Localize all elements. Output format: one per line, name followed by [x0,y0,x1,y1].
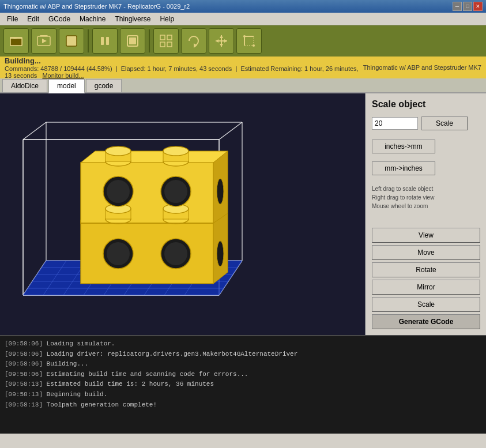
console-line: [09:58:13] Toolpath generation complete! [5,400,481,411]
svg-rect-4 [101,37,104,45]
minimize-button[interactable]: ─ [453,2,462,11]
right-panel: Scale object Scale inches->mm mm->inches… [365,93,486,335]
mm-to-inches-btn[interactable]: mm->inches [372,161,435,175]
scale-button[interactable]: Scale [421,116,468,130]
svg-rect-10 [160,42,165,47]
panel-title: Scale object [372,99,480,110]
mode-buttons: View Move Rotate Mirror Scale Generate G… [372,228,480,329]
maximize-button[interactable]: □ [463,2,472,11]
hint-line3: Mouse wheel to zoom [372,202,480,210]
svg-point-67 [164,180,187,203]
hint-line2: Right drag to rotate view [372,193,480,202]
commands-progress: 48788 / 109444 (44.58%) [40,65,112,72]
console-line: [09:58:06] Loading driver: replicatorg.d… [5,349,481,360]
console-line: [09:58:06] Loading simulator. [5,339,481,349]
rotate-mode-btn[interactable]: Rotate [372,262,480,277]
move-mode-btn[interactable]: Move [372,245,480,260]
scale3d-btn[interactable] [236,28,262,54]
main-area: Scale object Scale inches->mm mm->inches… [0,93,486,336]
menu-help[interactable]: Help [155,14,179,24]
menu-thingiverse[interactable]: Thingiverse [110,14,155,24]
titlebar: Thingomatic w/ ABP and Stepstruder MK7 -… [0,0,486,13]
svg-line-28 [219,122,242,140]
console-line: [09:58:13] Beginning build. [5,390,481,400]
toolbar-sep2 [149,29,150,52]
stop-btn[interactable] [59,28,84,54]
pause-btn[interactable] [92,28,118,54]
mm-to-inches-row: mm->inches [372,161,480,175]
menu-gcode[interactable]: GCode [44,14,75,24]
move-btn[interactable] [209,28,234,54]
mirror-mode-btn[interactable]: Mirror [372,280,480,295]
svg-line-27 [23,122,46,140]
hint-line1: Left drag to scale object [372,185,480,193]
window-title: Thingomatic w/ ABP and Stepstruder MK7 -… [3,3,453,10]
tab-aldodice[interactable]: AldoDice [2,79,47,92]
svg-point-71 [164,242,187,265]
remaining-label: Estimated Remaining: [240,65,303,72]
scale-mode-btn[interactable]: Scale [372,297,480,312]
svg-point-18 [253,44,255,47]
status-machine: Thingomatic w/ ABP and Stepstruder MK7 [363,64,481,71]
tab-model[interactable]: model [48,79,85,93]
console-line: [09:58:06] Estimating build time and sca… [5,370,481,380]
svg-rect-1 [10,39,22,46]
viewport-3d[interactable] [0,93,365,335]
svg-point-57 [163,146,189,156]
status-left: Building... Commands: 48788 / 109444 (44… [5,57,363,79]
svg-point-72 [217,179,224,204]
open-file-btn[interactable] [3,28,29,54]
svg-rect-7 [129,37,136,44]
inches-to-mm-btn[interactable]: inches->mm [372,140,435,153]
reset-btn[interactable] [120,28,145,54]
menubar: File Edit GCode Machine Thingiverse Help [0,13,486,25]
svg-point-17 [243,35,246,37]
svg-point-65 [107,180,130,203]
view-mode-btn[interactable]: View [372,228,480,243]
scale-input[interactable] [372,117,418,130]
toolbar-sep1 [88,29,89,52]
conversion-btns: inches->mm [372,140,480,153]
build-btn[interactable] [31,28,56,54]
elapsed-label: Elapsed: [121,65,146,72]
status-bar: Building... Commands: 48788 / 109444 (44… [0,57,486,78]
svg-marker-16 [224,39,227,43]
menu-machine[interactable]: Machine [75,14,110,24]
grid-btn[interactable] [153,28,179,54]
svg-marker-14 [220,44,223,47]
menu-edit[interactable]: Edit [22,14,44,24]
lego-brick [63,145,231,289]
svg-marker-13 [220,35,223,38]
hint-text: Left drag to scale object Right drag to … [372,185,480,210]
svg-point-54 [106,146,131,156]
console-line: [09:58:13] Estimated build time is: 2 ho… [5,379,481,390]
window-controls: ─ □ ✕ [453,2,483,11]
menu-file[interactable]: File [2,14,22,24]
rotate-btn[interactable] [181,28,206,54]
commands-line: Commands: 48788 / 109444 (44.58%) | Elap… [5,65,363,79]
svg-rect-5 [106,37,109,45]
scale-input-row: Scale [372,116,480,130]
svg-point-73 [217,241,224,266]
svg-point-69 [107,242,130,265]
tabbar: AldoDice model gcode [0,78,486,93]
svg-rect-11 [167,42,172,47]
svg-marker-15 [216,39,218,43]
svg-rect-8 [160,35,165,40]
close-button[interactable]: ✕ [473,2,483,11]
tab-gcode[interactable]: gcode [86,79,122,92]
building-label: Building... [5,57,363,65]
svg-rect-49 [81,163,213,223]
console-log: [09:58:06] Loading simulator.[09:58:06] … [0,336,486,434]
generate-gcode-btn[interactable]: Generate GCode [372,314,480,329]
toolbar [0,25,486,57]
elapsed-time: 1 hour, 7 minutes, 43 seconds [148,65,232,72]
commands-label: Commands: [5,65,39,72]
svg-rect-48 [81,220,213,284]
svg-rect-9 [167,35,172,40]
svg-marker-51 [81,151,228,163]
monitor-link[interactable]: Monitor build... [42,72,84,79]
svg-rect-3 [66,36,77,46]
console-line: [09:58:06] Building... [5,359,481,370]
